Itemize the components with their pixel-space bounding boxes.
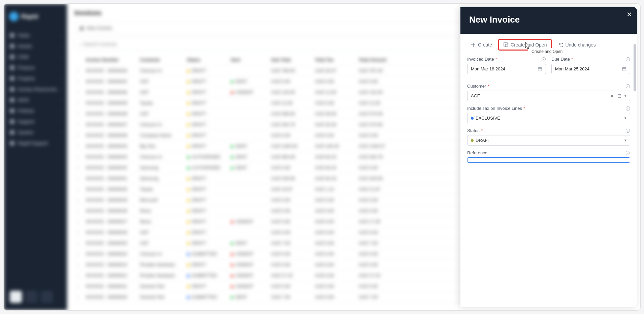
due-date-value: Mon Mar 25 2024 [555, 66, 589, 71]
row-menu-icon[interactable]: ⋮ [76, 122, 86, 127]
col-header[interactable]: Total Amount [359, 57, 406, 62]
tool-3-icon[interactable] [41, 291, 53, 303]
info-icon[interactable] [625, 57, 630, 62]
customer-input[interactable]: AGF ▾ [467, 91, 630, 101]
open-link-icon[interactable] [617, 94, 622, 98]
row-menu-icon[interactable]: ⋮ [76, 219, 86, 224]
clear-icon[interactable] [610, 94, 614, 98]
cell-subtotal: AUD 0.00 [271, 133, 315, 138]
cell-status: DRAFT [187, 122, 231, 127]
sidebar-item[interactable]: System› [6, 127, 64, 138]
info-icon[interactable] [625, 128, 630, 133]
info-icon[interactable] [625, 151, 630, 155]
chevron-down-icon[interactable]: ▾ [624, 116, 626, 120]
close-icon[interactable]: ✕ [626, 10, 632, 19]
calendar-icon[interactable] [538, 67, 542, 71]
row-menu-icon[interactable]: ⋮ [76, 241, 86, 246]
cell-customer: Chesson In [140, 68, 187, 73]
tax-select[interactable]: EXCLUSIVE ▾ [467, 113, 630, 123]
row-menu-icon[interactable]: ⋮ [76, 208, 86, 213]
nav-label: WHS [18, 97, 29, 103]
required-marker: * [523, 106, 525, 111]
row-menu-icon[interactable]: ⋮ [76, 68, 86, 73]
row-menu-icon[interactable]: ⋮ [76, 111, 86, 116]
cell-customer: Phoebe Hardware [140, 273, 187, 278]
nav-icon [10, 119, 14, 124]
cell-subtotal: AUD 304.76 [271, 122, 315, 127]
tool-2-icon[interactable] [25, 291, 37, 303]
reference-input[interactable] [467, 157, 630, 163]
row-menu-icon[interactable]: ⋮ [76, 165, 86, 170]
sent-dot-icon [231, 156, 233, 159]
chevron-down-icon[interactable]: ▾ [624, 138, 626, 143]
row-menu-icon[interactable]: ⋮ [76, 90, 86, 95]
invoiced-date-field: Invoiced Date * Mon Mar 18 2024 [467, 57, 546, 74]
row-menu-icon[interactable]: ⋮ [76, 230, 86, 235]
sidebar-item[interactable]: Projects› [6, 73, 64, 84]
chevron-right-icon: › [60, 120, 61, 124]
row-menu-icon[interactable]: ⋮ [76, 294, 86, 300]
row-menu-icon[interactable]: ⋮ [76, 176, 86, 181]
cell-subtotal: AUD 0.00 [271, 251, 315, 256]
info-icon[interactable] [541, 57, 546, 62]
tax-label: Include Tax on Invoice Lines [467, 106, 522, 111]
row-menu-icon[interactable]: ⋮ [76, 133, 86, 138]
cell-total: AUD 329.58 [359, 176, 406, 181]
col-header[interactable]: Sub Total [271, 57, 315, 62]
sidebar-item[interactable]: CRM› [6, 52, 64, 62]
cell-subtotal: AUD 0.00 [271, 219, 315, 224]
info-icon[interactable] [625, 106, 630, 111]
create-button[interactable]: Create [467, 40, 495, 50]
row-menu-icon[interactable]: ⋮ [76, 79, 86, 84]
sidebar-item[interactable]: Support› [6, 116, 64, 127]
status-select[interactable]: DRAFT ▾ [467, 135, 630, 146]
cell-customer: Microsoft [140, 197, 187, 202]
row-menu-icon[interactable]: ⋮ [76, 144, 86, 149]
row-menu-icon[interactable]: ⋮ [76, 187, 86, 192]
sidebar-item[interactable]: Tasks› [6, 30, 64, 41]
tool-1-icon[interactable] [10, 291, 22, 303]
row-menu-icon[interactable]: ⋮ [76, 273, 86, 278]
sidebar-item[interactable]: Finance› [6, 62, 64, 73]
row-menu-icon[interactable]: ⋮ [76, 251, 86, 256]
cell-sent: UNSENT [231, 251, 271, 256]
row-menu-icon[interactable]: ⋮ [76, 100, 86, 105]
due-date-input[interactable]: Mon Mar 25 2024 [551, 64, 630, 74]
cell-invoice-num: INVOICE - 00000038 [86, 111, 140, 116]
row-menu-icon[interactable]: ⋮ [76, 262, 86, 267]
cell-tax: AUD 0.00 [315, 79, 359, 84]
logo-icon [9, 12, 19, 21]
cell-tax: AUD 1.10 [315, 187, 359, 192]
cell-customer: Company Name [140, 133, 187, 138]
cell-total: AUD 7.93 [359, 241, 406, 246]
cell-customer: Big Tam [140, 144, 187, 149]
col-header[interactable]: Total Tax [315, 57, 359, 62]
chevron-down-icon[interactable]: ▾ [624, 94, 626, 98]
cell-invoice-num: INVOICE - 00000037 [86, 122, 140, 127]
col-header[interactable]: Invoice Number [86, 57, 140, 62]
invoiced-date-input[interactable]: Mon Mar 18 2024 [467, 64, 546, 74]
cell-tax: AUD 0.00 [315, 294, 359, 300]
col-header[interactable]: Status [187, 57, 231, 62]
row-menu-icon[interactable]: ⋮ [76, 284, 86, 289]
col-header[interactable]: Customer [140, 57, 187, 62]
cell-subtotal: AUD 0.00 [271, 208, 315, 213]
cell-total: AUD 0.00 [359, 251, 406, 256]
sidebar-item[interactable]: Rapid Support› [6, 138, 64, 149]
col-header[interactable]: Sent [231, 57, 271, 62]
sent-dot-icon [231, 253, 233, 256]
info-icon[interactable] [625, 84, 630, 89]
sidebar-item[interactable]: WHS› [6, 95, 64, 105]
row-menu-icon[interactable]: ⋮ [76, 154, 86, 159]
status-field: Status * DRAFT ▾ [467, 128, 630, 146]
sidebar-item[interactable]: Assets› [6, 41, 64, 52]
cell-invoice-num: INVOICE - 00000029 [86, 197, 140, 202]
invoiced-date-label: Invoiced Date [467, 57, 494, 62]
required-marker: * [495, 57, 497, 62]
sidebar-item[interactable]: Policies› [6, 105, 64, 116]
row-menu-icon[interactable]: ⋮ [76, 197, 86, 202]
cell-customer: General Test [140, 284, 187, 289]
tooltip: Create and Open [528, 48, 566, 55]
calendar-icon[interactable] [622, 67, 626, 71]
sidebar-item[interactable]: Human Resources› [6, 84, 64, 95]
